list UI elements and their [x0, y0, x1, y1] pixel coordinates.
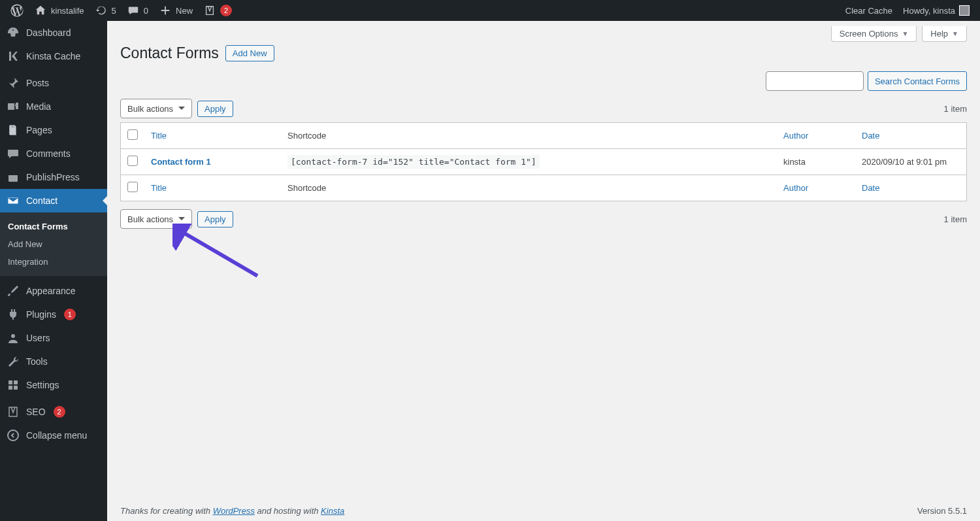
submenu-contact-forms[interactable]: Contact Forms: [0, 218, 107, 235]
row-author: kinsta: [783, 157, 806, 167]
col-title-foot[interactable]: Title: [151, 183, 167, 193]
sidebar-item-dashboard[interactable]: Dashboard: [0, 21, 107, 44]
sidebar-item-media[interactable]: Media: [0, 95, 107, 118]
bulk-actions-select[interactable]: Bulk actions: [120, 99, 192, 118]
clear-cache-link[interactable]: Clear Cache: [840, 0, 898, 21]
screen-options-tab[interactable]: Screen Options ▼: [831, 26, 917, 42]
svg-rect-7: [14, 386, 18, 390]
mail-icon: [7, 194, 20, 207]
sidebar-label: Collapse menu: [26, 430, 87, 441]
page-title: Contact Forms: [120, 44, 219, 62]
sidebar-item-collapse[interactable]: Collapse menu: [0, 424, 107, 447]
row-shortcode[interactable]: [contact-form-7 id="152" title="Contact …: [287, 155, 540, 169]
sidebar-label: Contact: [26, 195, 57, 206]
col-author-foot[interactable]: Author: [783, 183, 808, 193]
sidebar-label: Media: [26, 101, 51, 112]
sidebar-label: Pages: [26, 125, 52, 135]
admin-footer: Thanks for creating with WordPress and h…: [120, 496, 967, 521]
account-link[interactable]: Howdy, kinsta: [898, 0, 975, 21]
sidebar-item-posts[interactable]: Posts: [0, 71, 107, 95]
kinsta-icon: [7, 50, 20, 63]
item-count-top: 1 item: [944, 104, 967, 114]
media-icon: [7, 100, 20, 113]
footer-wordpress-link[interactable]: WordPress: [213, 506, 255, 516]
svg-line-9: [179, 230, 257, 276]
sidebar-item-plugins[interactable]: Plugins 1: [0, 303, 107, 326]
yoast-icon: [203, 4, 216, 17]
apply-button-top[interactable]: Apply: [197, 101, 233, 117]
sidebar-item-publishpress[interactable]: PublishPress: [0, 165, 107, 189]
col-author[interactable]: Author: [783, 131, 808, 141]
select-all-checkbox-top[interactable]: [127, 129, 138, 140]
updates-link[interactable]: 5: [90, 0, 122, 21]
col-title[interactable]: Title: [151, 131, 167, 141]
wordpress-icon: [10, 4, 24, 17]
footer-kinsta-link[interactable]: Kinsta: [321, 506, 344, 516]
row-checkbox[interactable]: [127, 156, 138, 166]
wrench-icon: [7, 355, 20, 368]
clear-cache-label: Clear Cache: [845, 6, 892, 16]
seo-icon: [7, 405, 20, 418]
add-new-button[interactable]: Add New: [225, 45, 274, 61]
update-icon: [95, 4, 108, 17]
sidebar-label: PublishPress: [26, 172, 80, 182]
avatar: [959, 5, 970, 16]
plugin-icon: [7, 308, 20, 321]
wp-logo[interactable]: [5, 0, 29, 21]
pin-icon: [7, 76, 20, 90]
updates-count: 5: [112, 6, 116, 16]
site-link[interactable]: kinstalife: [29, 0, 90, 21]
comments-icon: [7, 147, 20, 160]
help-label: Help: [930, 29, 948, 39]
sidebar-label: Settings: [26, 380, 59, 390]
col-date[interactable]: Date: [862, 131, 879, 141]
sidebar-label: Dashboard: [26, 27, 71, 38]
annotation-arrow: [172, 224, 264, 282]
item-count-bottom: 1 item: [944, 214, 967, 224]
svg-rect-5: [14, 380, 18, 384]
sidebar-label: Posts: [26, 78, 49, 88]
chevron-down-icon: ▼: [902, 30, 908, 37]
table-header-row: Title Shortcode Author Date: [121, 123, 966, 149]
bulk-actions-select-bottom[interactable]: Bulk actions: [120, 209, 192, 229]
svg-rect-4: [8, 380, 12, 384]
screen-options-label: Screen Options: [840, 29, 898, 39]
help-tab[interactable]: Help ▼: [922, 26, 967, 42]
admin-bar: kinstalife 5 0 New 2 C: [0, 0, 980, 21]
plus-icon: [159, 4, 172, 17]
new-content-link[interactable]: New: [154, 0, 198, 21]
sidebar-item-users[interactable]: Users: [0, 326, 107, 350]
apply-button-bottom[interactable]: Apply: [197, 211, 233, 227]
seo-badge: 2: [54, 406, 65, 418]
sidebar-item-comments[interactable]: Comments: [0, 142, 107, 165]
home-icon: [34, 4, 47, 17]
dashboard-icon: [7, 26, 20, 39]
comments-link[interactable]: 0: [122, 0, 154, 21]
footer-thanks-prefix: Thanks for creating with: [120, 506, 213, 516]
yoast-link[interactable]: 2: [198, 0, 237, 21]
submenu-add-new[interactable]: Add New: [0, 235, 107, 253]
search-button[interactable]: Search Contact Forms: [868, 71, 967, 91]
settings-icon: [7, 378, 20, 392]
select-all-checkbox-bottom[interactable]: [127, 182, 138, 192]
sidebar-item-seo[interactable]: SEO 2: [0, 400, 107, 424]
bulk-actions-label-bottom: Bulk actions: [127, 214, 173, 224]
sidebar-item-contact[interactable]: Contact: [0, 189, 107, 212]
sidebar-item-appearance[interactable]: Appearance: [0, 279, 107, 303]
main-content: Screen Options ▼ Help ▼ Contact Forms Ad…: [107, 21, 980, 521]
row-title-link[interactable]: Contact form 1: [151, 157, 211, 167]
svg-rect-2: [8, 173, 18, 175]
sidebar-item-tools[interactable]: Tools: [0, 350, 107, 373]
row-date: 2020/09/10 at 9:01 pm: [862, 157, 947, 167]
sidebar-item-pages[interactable]: Pages: [0, 118, 107, 142]
col-date-foot[interactable]: Date: [862, 183, 879, 193]
sidebar-item-kinsta-cache[interactable]: Kinsta Cache: [0, 44, 107, 68]
yoast-badge: 2: [220, 5, 232, 16]
submenu-integration[interactable]: Integration: [0, 253, 107, 271]
bulk-actions-label: Bulk actions: [127, 104, 173, 114]
calendar-icon: [7, 171, 20, 184]
sidebar-item-settings[interactable]: Settings: [0, 373, 107, 397]
site-name-label: kinstalife: [51, 6, 84, 16]
search-input[interactable]: [766, 71, 864, 91]
sidebar-label: Appearance: [26, 286, 76, 296]
